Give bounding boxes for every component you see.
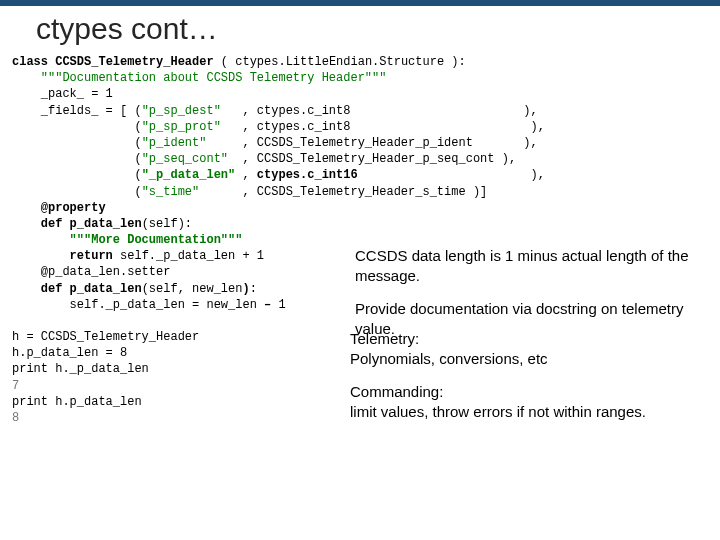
- code-block-usage-example: h = CCSDS_Telemetry_Header h.p_data_len …: [0, 329, 350, 435]
- annotation-commanding: Commanding: limit values, throw errors i…: [350, 382, 700, 421]
- annotation-docstring: Provide documentation via docstring on t…: [355, 299, 695, 338]
- annotation-upper: CCSDS data length is 1 minus actual leng…: [355, 246, 695, 352]
- annotation-data-length: CCSDS data length is 1 minus actual leng…: [355, 246, 695, 285]
- slide-title: ctypes cont…: [0, 6, 720, 54]
